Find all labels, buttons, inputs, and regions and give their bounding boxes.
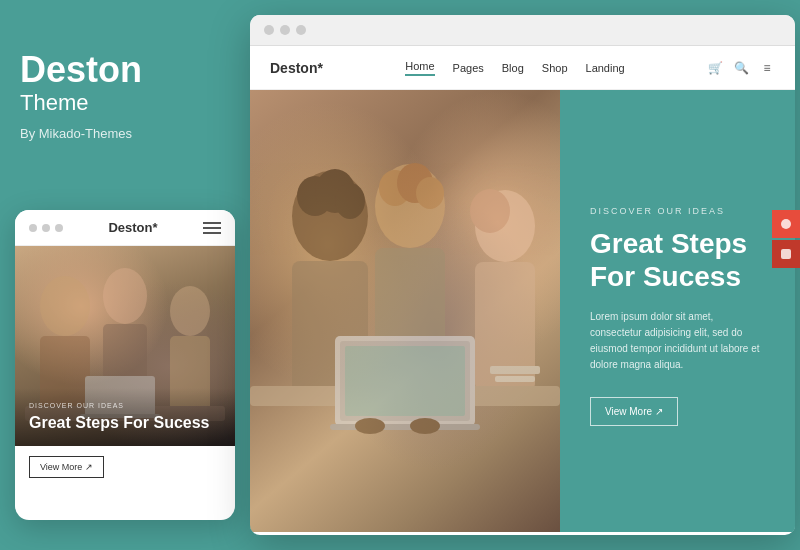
mobile-view-more-button[interactable]: View More ↗ — [29, 456, 104, 478]
mobile-logo: Deston* — [108, 220, 157, 235]
nav-link-shop[interactable]: Shop — [542, 62, 568, 74]
mobile-preview-card: Deston* DISCOVER OUR IDEAS Great Steps F… — [15, 210, 235, 520]
nav-link-blog[interactable]: Blog — [502, 62, 524, 74]
browser-dot-3 — [296, 25, 306, 35]
brand-author: By Mikado-Themes — [20, 126, 220, 141]
svg-point-30 — [355, 418, 385, 434]
mobile-dot-2 — [42, 224, 50, 232]
browser-titlebar — [250, 15, 795, 46]
mobile-hero-image: DISCOVER OUR IDEAS Great Steps For Suces… — [15, 246, 235, 446]
right-float-buttons — [772, 210, 800, 268]
svg-rect-28 — [490, 366, 540, 374]
desktop-browser-preview: Deston* Home Pages Blog Shop Landing 🛒 🔍… — [250, 15, 795, 535]
nav-link-home[interactable]: Home — [405, 60, 434, 76]
svg-rect-27 — [345, 346, 465, 416]
desktop-hero-content: DISCOVER OUR IDEAS Great StepsFor Sucess… — [560, 90, 795, 532]
desktop-hero-image — [250, 90, 560, 532]
svg-point-18 — [416, 177, 444, 209]
desktop-nav-logo: Deston* — [270, 60, 323, 76]
svg-rect-33 — [781, 249, 791, 259]
brand-subtitle: Theme — [20, 90, 220, 116]
svg-point-31 — [410, 418, 440, 434]
desktop-hero-section: DISCOVER OUR IDEAS Great StepsFor Sucess… — [250, 90, 795, 532]
browser-content: Deston* Home Pages Blog Shop Landing 🛒 🔍… — [250, 46, 795, 532]
svg-point-4 — [170, 286, 210, 336]
mobile-discover-label: DISCOVER OUR IDEAS — [29, 402, 221, 409]
desktop-nav-links: Home Pages Blog Shop Landing — [405, 60, 624, 76]
cart-icon[interactable]: 🛒 — [707, 60, 723, 76]
desktop-discover-label: DISCOVER OUR IDEAS — [590, 206, 765, 216]
mobile-hamburger-icon[interactable] — [203, 222, 221, 234]
nav-link-landing[interactable]: Landing — [586, 62, 625, 74]
mobile-traffic-lights — [29, 224, 63, 232]
desktop-view-more-button[interactable]: View More ↗ — [590, 397, 678, 426]
mobile-hero-title: Great Steps For Sucess — [29, 413, 221, 432]
mobile-dot-3 — [55, 224, 63, 232]
float-button-1[interactable] — [772, 210, 800, 238]
desktop-hero-title: Great StepsFor Sucess — [590, 228, 765, 292]
svg-point-21 — [470, 189, 510, 233]
browser-dot-2 — [280, 25, 290, 35]
svg-rect-26 — [330, 424, 480, 430]
float-button-2[interactable] — [772, 240, 800, 268]
svg-point-0 — [40, 276, 90, 336]
mobile-header: Deston* — [15, 210, 235, 246]
svg-point-32 — [781, 219, 791, 229]
nav-link-pages[interactable]: Pages — [453, 62, 484, 74]
brand-title: Deston — [20, 50, 220, 90]
desktop-hero-description: Lorem ipsum dolor sit amet, consectetur … — [590, 309, 765, 373]
svg-point-2 — [103, 268, 147, 324]
menu-icon[interactable]: ≡ — [759, 60, 775, 76]
mobile-dot-1 — [29, 224, 37, 232]
search-icon[interactable]: 🔍 — [733, 60, 749, 76]
mobile-hero-overlay: DISCOVER OUR IDEAS Great Steps For Suces… — [15, 388, 235, 446]
svg-rect-29 — [495, 376, 535, 382]
browser-dot-1 — [264, 25, 274, 35]
mobile-footer: View More ↗ — [15, 446, 235, 488]
desktop-nav: Deston* Home Pages Blog Shop Landing 🛒 🔍… — [250, 46, 795, 90]
svg-point-13 — [335, 183, 365, 219]
desktop-nav-icons: 🛒 🔍 ≡ — [707, 60, 775, 76]
left-info-panel: Deston Theme By Mikado-Themes — [20, 50, 220, 141]
